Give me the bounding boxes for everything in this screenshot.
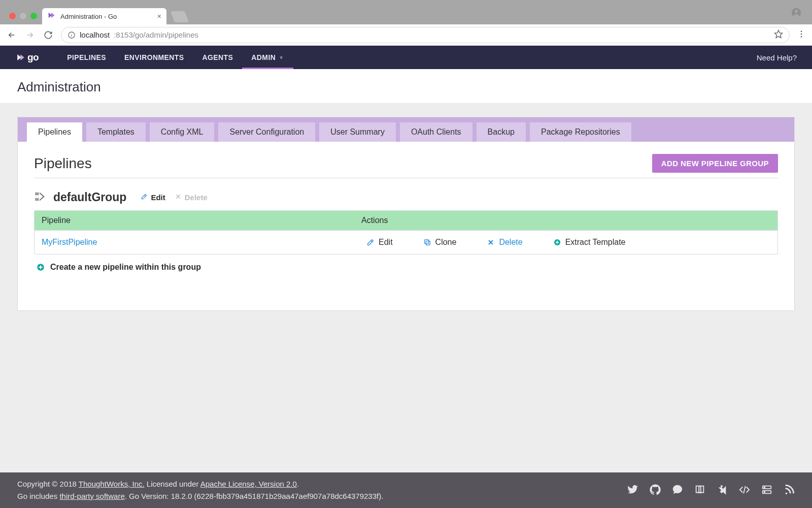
window-zoom-dot[interactable] [30, 13, 37, 19]
nav-forward-icon [24, 30, 36, 40]
bookmark-star-icon[interactable] [774, 29, 783, 40]
favicon-icon [47, 11, 55, 21]
edit-icon [366, 238, 375, 246]
pipeline-group-header: defaultGroup Edit Delete [34, 187, 778, 210]
footer-go-includes: Go includes [17, 492, 59, 500]
tab-backup[interactable]: Backup [477, 122, 526, 142]
github-icon[interactable] [650, 484, 661, 497]
svg-point-8 [801, 36, 802, 37]
app-nav: go PIPELINES ENVIRONMENTS AGENTS ADMIN ▼… [0, 46, 812, 69]
edit-icon [141, 193, 148, 202]
footer-text: Copyright © 2018 ThoughtWorks, Inc. Lice… [17, 478, 383, 502]
svg-rect-12 [38, 198, 39, 201]
browser-toolbar: localhost:8153/go/admin/pipelines [0, 24, 812, 46]
tab-package-repos[interactable]: Package Repositories [530, 122, 631, 142]
window-minimize-dot[interactable] [20, 13, 26, 19]
col-pipeline-header: Pipeline [42, 216, 361, 225]
footer-thirdparty-link[interactable]: third-party software [59, 492, 124, 500]
url-bar[interactable]: localhost:8153/go/admin/pipelines [61, 27, 790, 43]
url-path: :8153/go/admin/pipelines [114, 30, 198, 39]
svg-point-7 [801, 33, 802, 35]
group-delete-label: Delete [185, 193, 208, 202]
group-delete-action: Delete [175, 193, 208, 202]
pipeline-extract-action[interactable]: Extract Template [553, 238, 626, 247]
group-edit-label: Edit [151, 193, 165, 202]
nav-links: PIPELINES ENVIRONMENTS AGENTS ADMIN ▼ [58, 46, 293, 69]
svg-rect-10 [36, 198, 37, 201]
code-icon[interactable] [739, 484, 750, 497]
create-pipeline-link[interactable]: Create a new pipeline within this group [34, 255, 778, 280]
footer-period: . [297, 480, 299, 488]
table-header: Pipeline Actions [35, 211, 777, 230]
tab-config-xml[interactable]: Config XML [150, 122, 215, 142]
pipeline-link[interactable]: MyFirstPipeline [42, 238, 97, 246]
nav-help-link[interactable]: Need Help? [741, 46, 812, 69]
nav-pipelines[interactable]: PIPELINES [58, 46, 115, 69]
create-pipeline-label: Create a new pipeline within this group [50, 263, 201, 272]
svg-rect-9 [36, 192, 37, 195]
chrome-profile-icon[interactable] [791, 7, 802, 24]
tab-user-summary[interactable]: User Summary [319, 122, 396, 142]
new-tab-button[interactable] [171, 11, 189, 22]
row-actions: Edit Clone Delete Extract Template [366, 238, 770, 247]
tab-server-config[interactable]: Server Configuration [218, 122, 315, 142]
close-icon [175, 193, 182, 202]
plugin-icon[interactable] [717, 484, 728, 497]
group-edit-action[interactable]: Edit [141, 193, 165, 202]
footer-licensed-under: Licensed under [145, 480, 200, 488]
section-heading: Pipelines [34, 155, 92, 172]
chrome-menu-icon[interactable] [797, 29, 806, 41]
section-header: Pipelines ADD NEW PIPELINE GROUP [34, 154, 778, 178]
nav-agents[interactable]: AGENTS [193, 46, 243, 69]
nav-environments[interactable]: ENVIRONMENTS [115, 46, 193, 69]
pipeline-edit-label: Edit [379, 238, 393, 247]
footer-icons [627, 484, 795, 497]
copy-icon [423, 238, 431, 246]
svg-rect-13 [426, 241, 430, 245]
pipeline-clone-label: Clone [435, 238, 457, 247]
tab-templates[interactable]: Templates [86, 122, 146, 142]
svg-marker-5 [775, 30, 783, 38]
url-host: localhost [80, 30, 110, 39]
footer-thoughtworks-link[interactable]: ThoughtWorks, Inc. [79, 480, 145, 488]
site-info-icon[interactable] [67, 31, 76, 39]
window-close-dot[interactable] [9, 13, 16, 19]
nav-back-icon[interactable] [6, 30, 17, 40]
footer-apache-link[interactable]: Apache License, Version 2.0 [200, 480, 297, 488]
content-area: Pipelines Templates Config XML Server Co… [0, 104, 812, 324]
pipeline-edit-action[interactable]: Edit [366, 238, 393, 247]
plus-circle-icon [553, 238, 561, 246]
server-icon[interactable] [761, 484, 772, 497]
browser-tab[interactable]: Administration - Go × [42, 8, 166, 24]
chat-icon[interactable] [672, 484, 683, 497]
table-row: MyFirstPipeline Edit Clone [35, 230, 777, 254]
svg-point-1 [795, 10, 798, 13]
rss-icon[interactable] [784, 484, 795, 497]
pipeline-delete-action[interactable]: Delete [487, 238, 522, 247]
plus-circle-icon [36, 263, 45, 272]
tab-close-icon[interactable]: × [157, 12, 161, 20]
admin-panel: Pipelines Templates Config XML Server Co… [17, 117, 795, 311]
footer-copyright-prefix: Copyright © 2018 [17, 480, 79, 488]
svg-point-20 [764, 491, 765, 492]
book-icon[interactable] [694, 484, 705, 497]
svg-point-19 [764, 487, 765, 488]
pipeline-table: Pipeline Actions MyFirstPipeline Edit [34, 210, 778, 255]
nav-admin[interactable]: ADMIN ▼ [242, 46, 293, 69]
pipeline-clone-action[interactable]: Clone [423, 238, 457, 247]
add-pipeline-group-button[interactable]: ADD NEW PIPELINE GROUP [652, 154, 778, 173]
panel-body: Pipelines ADD NEW PIPELINE GROUP default… [18, 142, 794, 310]
twitter-icon[interactable] [627, 484, 638, 497]
group-actions: Edit Delete [141, 193, 207, 202]
close-icon [487, 238, 495, 246]
tab-oauth-clients[interactable]: OAuth Clients [400, 122, 472, 142]
go-logo[interactable]: go [16, 46, 39, 69]
chevron-down-icon: ▼ [279, 55, 284, 60]
footer-version: . Go Version: 18.2.0 (6228-fbb379a451871… [125, 492, 384, 500]
window-titlebar [0, 0, 812, 5]
nav-reload-icon[interactable] [43, 30, 54, 40]
pipeline-group-name: defaultGroup [53, 190, 126, 204]
app-footer: Copyright © 2018 ThoughtWorks, Inc. Lice… [0, 472, 812, 508]
svg-rect-14 [424, 240, 428, 244]
tab-pipelines[interactable]: Pipelines [27, 122, 82, 142]
